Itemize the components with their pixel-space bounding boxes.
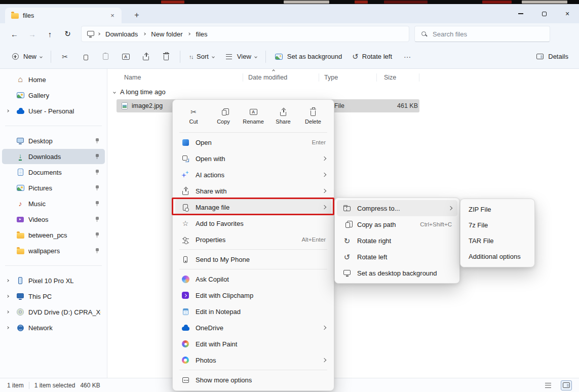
menu-item-manage-file[interactable]: Manage file: [175, 199, 331, 215]
up-button[interactable]: ↑: [42, 26, 58, 42]
breadcrumb-item-downloads[interactable]: Downloads: [103, 29, 140, 39]
submenu-item-rotate-left[interactable]: ↺ Rotate left: [337, 249, 457, 265]
menu-item-edit-with-clipchamp[interactable]: Edit with Clipchamp: [175, 287, 331, 303]
sidebar-item-pictures[interactable]: Pictures: [2, 180, 105, 195]
forward-button[interactable]: →: [24, 26, 41, 42]
notepad-icon: [181, 307, 190, 316]
sidebar-item-gallery[interactable]: Gallery: [2, 88, 105, 103]
sidebar-item-between-pcs[interactable]: between_pcs: [2, 227, 105, 243]
menu-item-onedrive[interactable]: OneDrive: [175, 320, 331, 336]
titlebar: files × + ×: [0, 4, 579, 23]
menu-item-properties[interactable]: Properties Alt+Enter: [175, 231, 331, 248]
collapse-chevron-icon[interactable]: [113, 91, 116, 94]
sidebar-item-desktop[interactable]: Desktop: [2, 133, 105, 148]
breadcrumb-chevron-icon: [143, 32, 146, 35]
rotate-left-button[interactable]: ↺ Rotate left: [348, 48, 397, 66]
sort-button[interactable]: ↑↓ Sort: [184, 48, 219, 66]
column-header-name[interactable]: Name: [107, 73, 243, 82]
menu-item-edit-with-paint[interactable]: Edit with Paint: [175, 336, 331, 352]
back-button[interactable]: ←: [6, 26, 23, 42]
sparkle-icon: [181, 170, 190, 179]
minimize-button[interactable]: [509, 4, 532, 23]
paste-button[interactable]: [96, 48, 115, 66]
copy-quick-button[interactable]: Copy: [209, 103, 238, 129]
expand-chevron-icon[interactable]: [3, 110, 12, 112]
more-options-button[interactable]: ···: [398, 48, 417, 66]
column-header-size[interactable]: Size: [377, 73, 419, 82]
new-tab-button[interactable]: +: [131, 9, 143, 21]
sidebar-item-onedrive-personal[interactable]: User - Personal: [2, 103, 105, 119]
menu-item-edit-in-notepad[interactable]: Edit in Notepad: [175, 303, 331, 320]
group-header[interactable]: A long time ago: [113, 88, 166, 96]
copy-button[interactable]: [75, 48, 95, 66]
delete-quick-button[interactable]: Delete: [299, 103, 327, 129]
view-button[interactable]: View: [220, 48, 261, 66]
menu-item-ask-copilot[interactable]: Ask Copilot: [175, 271, 331, 287]
search-input[interactable]: [433, 30, 544, 38]
menu-item-open-with[interactable]: Open with: [175, 150, 331, 167]
rename-icon: [249, 107, 258, 116]
expand-chevron-icon[interactable]: [3, 280, 12, 282]
menu-item-open[interactable]: Open Enter: [175, 134, 331, 150]
menu-item-photos[interactable]: Photos: [175, 352, 331, 368]
expand-chevron-icon[interactable]: [3, 327, 12, 329]
sidebar-item-videos[interactable]: Videos: [2, 212, 105, 227]
sidebar-item-dvd-drive[interactable]: DVD Drive (D:) CPRA_X64FRE_: [2, 304, 105, 320]
delete-button[interactable]: [157, 48, 176, 66]
submenu-item-7z-file[interactable]: 7z File: [463, 217, 532, 233]
breadcrumb-item-new-folder[interactable]: New folder: [149, 29, 184, 39]
details-button[interactable]: Details: [531, 48, 573, 66]
sidebar-item-label: Desktop: [28, 137, 53, 145]
share-quick-button[interactable]: Share: [269, 103, 297, 129]
column-header-date-modified[interactable]: Date modified: [243, 73, 319, 82]
column-header-type[interactable]: Type: [319, 73, 377, 82]
submenu-item-zip-file[interactable]: ZIP File: [463, 202, 532, 217]
refresh-button[interactable]: ↻: [59, 26, 76, 42]
cut-quick-button[interactable]: ✂ Cut: [179, 103, 208, 129]
submenu-item-set-as-desktop-background[interactable]: Set as desktop background: [337, 265, 457, 281]
sidebar-item-wallpapers[interactable]: wallpapers: [2, 243, 105, 258]
share-button[interactable]: [136, 48, 156, 66]
cut-button[interactable]: ✂: [55, 48, 74, 66]
sidebar-item-label: between_pcs: [28, 231, 67, 239]
set-background-button[interactable]: Set as background: [270, 48, 346, 66]
rename-quick-button[interactable]: Rename: [239, 103, 267, 129]
menu-item-ai-actions[interactable]: AI actions: [175, 167, 331, 183]
sidebar-item-home[interactable]: ⌂ Home: [2, 72, 105, 87]
details-view-toggle[interactable]: [543, 380, 554, 390]
sidebar: ⌂ Home Gallery User - Personal: [0, 69, 107, 378]
expand-chevron-icon[interactable]: [3, 311, 12, 313]
menu-item-add-to-favorites[interactable]: ☆ Add to Favorites: [175, 215, 331, 231]
menu-item-share-with[interactable]: Share with: [175, 183, 331, 199]
sidebar-item-pixel-phone[interactable]: Pixel 10 Pro XL: [2, 273, 105, 288]
rename-button[interactable]: [116, 48, 135, 66]
menu-item-send-to-my-phone[interactable]: Send to My Phone: [175, 251, 331, 267]
submenu-item-tar-file[interactable]: TAR File: [463, 233, 532, 249]
star-icon: ☆: [181, 219, 190, 228]
sort-icon: ↑↓: [189, 54, 193, 60]
explorer-tab[interactable]: files ×: [5, 8, 122, 23]
folder-icon: [16, 230, 25, 240]
sidebar-item-this-pc[interactable]: This PC: [2, 289, 105, 304]
sidebar-item-network[interactable]: Network: [2, 320, 105, 335]
submenu-item-rotate-right[interactable]: ↻ Rotate right: [337, 232, 457, 249]
expand-chevron-icon[interactable]: [3, 295, 12, 297]
submenu-item-compress-to[interactable]: Compress to...: [337, 200, 457, 216]
close-button[interactable]: ×: [556, 4, 579, 23]
breadcrumb-item-files[interactable]: files: [194, 29, 209, 39]
submenu-item-copy-as-path[interactable]: Copy as path Ctrl+Shift+C: [337, 216, 457, 232]
pin-icon: [93, 184, 101, 192]
submenu-item-additional-options[interactable]: Additional options: [463, 249, 532, 264]
new-button[interactable]: New: [6, 48, 47, 66]
sidebar-item-documents[interactable]: Documents: [2, 165, 105, 180]
search-box: [414, 26, 550, 42]
toolbar-divider: [51, 51, 51, 63]
sidebar-item-downloads[interactable]: ↓ Downloads: [2, 149, 105, 164]
thumbnail-view-toggle[interactable]: [561, 380, 572, 390]
address-bar[interactable]: Downloads New folder files: [81, 26, 409, 42]
maximize-button[interactable]: [532, 4, 556, 23]
menu-item-show-more-options[interactable]: Show more options: [175, 372, 331, 388]
documents-icon: [16, 168, 25, 177]
tab-close-icon[interactable]: ×: [107, 11, 118, 21]
sidebar-item-music[interactable]: ♪ Music: [2, 196, 105, 211]
